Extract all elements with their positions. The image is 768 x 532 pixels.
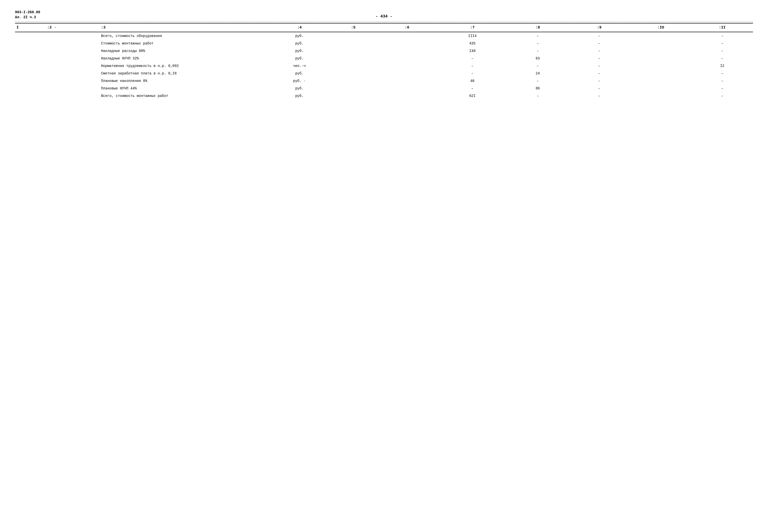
cell-7-7: 86 — [507, 85, 568, 92]
cell-7-10: – — [692, 85, 753, 92]
table-row: Накладные НУЧП 32%руб.–63–– — [15, 55, 753, 62]
cell-0-7: – — [507, 32, 568, 40]
col-header-2: :2 · — [46, 23, 99, 32]
cell-4-4 — [330, 62, 377, 70]
cell-7-9 — [630, 85, 692, 92]
cell-8-9 — [630, 92, 692, 100]
cell-6-2: Плановые накопления 8% — [99, 77, 269, 85]
cell-2-2: Накладные расходы 80% — [99, 47, 269, 55]
cell-2-4 — [330, 47, 377, 55]
table-row: Плановые накопления 8%руб. ·46––– — [15, 77, 753, 85]
cell-0-6: III4 — [438, 32, 507, 40]
cell-0-5 — [376, 32, 438, 40]
cell-8-10: – — [692, 92, 753, 100]
cell-2-3: руб. — [269, 47, 330, 55]
cell-7-5 — [376, 85, 438, 92]
cell-7-6: – — [438, 85, 507, 92]
cell-8-3: руб. — [269, 92, 330, 100]
cell-6-5 — [376, 77, 438, 85]
cell-6-8: – — [568, 77, 630, 85]
cell-4-2: Нормативная трудоемкость в н.р. 0,092 — [99, 62, 269, 70]
cell-6-1 — [46, 77, 99, 85]
table-body: Всего, стоимость оборудованияруб.III4–––… — [15, 32, 753, 100]
cell-5-3: руб. — [269, 70, 330, 77]
cell-3-5 — [376, 55, 438, 62]
cell-8-7: – — [507, 92, 568, 100]
cell-5-6: – — [438, 70, 507, 77]
cell-4-7: – — [507, 62, 568, 70]
cell-1-4 — [330, 40, 377, 47]
cell-8-0 — [15, 92, 46, 100]
page-number: - 434 - — [15, 14, 753, 19]
col-header-8: :8 — [507, 23, 568, 32]
cell-1-2: Стоимость монтажных работ — [99, 40, 269, 47]
cell-0-4 — [330, 32, 377, 40]
table-header-row: I :2 · :3 :4 :5 :6 :7 :8 :9 :IO :II — [15, 23, 753, 32]
table-row: Всего, стоимость оборудованияруб.III4––– — [15, 32, 753, 40]
cell-6-3: руб. · — [269, 77, 330, 85]
cell-7-2: Плановые НУЧП 44% — [99, 85, 269, 92]
col-header-7: :7 — [438, 23, 507, 32]
cell-7-3: руб. — [269, 85, 330, 92]
col-header-9: :9 — [568, 23, 630, 32]
cell-8-4 — [330, 92, 377, 100]
cell-2-6: I40 — [438, 47, 507, 55]
cell-5-0 — [15, 70, 46, 77]
cell-5-8: – — [568, 70, 630, 77]
cell-8-5 — [376, 92, 438, 100]
cell-3-4 — [330, 55, 377, 62]
cell-5-5 — [376, 70, 438, 77]
cell-3-0 — [15, 55, 46, 62]
cell-2-1 — [46, 47, 99, 55]
cell-2-7: – — [507, 47, 568, 55]
cell-3-9 — [630, 55, 692, 62]
cell-5-10: – — [692, 70, 753, 77]
cell-0-2: Всего, стоимость оборудования — [99, 32, 269, 40]
cell-8-1 — [46, 92, 99, 100]
cell-1-0 — [15, 40, 46, 47]
cell-3-2: Накладные НУЧП 32% — [99, 55, 269, 62]
cell-6-6: 46 — [438, 77, 507, 85]
cell-6-9 — [630, 77, 692, 85]
cell-2-8: – — [568, 47, 630, 55]
cell-1-10: – — [692, 40, 753, 47]
cell-4-3: чел.-ч — [269, 62, 330, 70]
cell-1-1 — [46, 40, 99, 47]
col-header-11: :II — [692, 23, 753, 32]
top-dashed-separator — [15, 22, 753, 22]
cell-0-1 — [46, 32, 99, 40]
table-row: Сметная заработная плата в н.р. 0,I8руб.… — [15, 70, 753, 77]
cell-1-7: – — [507, 40, 568, 47]
cell-2-10: – — [692, 47, 753, 55]
cell-4-5 — [376, 62, 438, 70]
cell-3-10: – — [692, 55, 753, 62]
cell-5-4 — [330, 70, 377, 77]
cell-8-2: Всего, стоимость монтажных работ — [99, 92, 269, 100]
col-header-1: I — [15, 23, 46, 32]
cell-8-8: – — [568, 92, 630, 100]
main-table: I :2 · :3 :4 :5 :6 :7 :8 :9 :IO :II Всег… — [15, 23, 753, 100]
cell-3-7: 63 — [507, 55, 568, 62]
cell-2-9 — [630, 47, 692, 55]
table-row: Всего, стоимость монтажных работруб.62I–… — [15, 92, 753, 100]
cell-6-4 — [330, 77, 377, 85]
col-header-10: :IO — [630, 23, 692, 32]
cell-0-8: – — [568, 32, 630, 40]
cell-1-8: – — [568, 40, 630, 47]
cell-0-0 — [15, 32, 46, 40]
cell-5-2: Сметная заработная плата в н.р. 0,I8 — [99, 70, 269, 77]
cell-1-5 — [376, 40, 438, 47]
cell-4-1 — [46, 62, 99, 70]
cell-8-6: 62I — [438, 92, 507, 100]
cell-4-6: – — [438, 62, 507, 70]
cell-1-9 — [630, 40, 692, 47]
cell-4-8: – — [568, 62, 630, 70]
col-header-5: :5 — [330, 23, 377, 32]
cell-7-1 — [46, 85, 99, 92]
cell-7-4 — [330, 85, 377, 92]
cell-0-3: руб. — [269, 32, 330, 40]
table-row: Накладные расходы 80%руб.I40––– — [15, 47, 753, 55]
cell-3-1 — [46, 55, 99, 62]
cell-1-6: 435 — [438, 40, 507, 47]
cell-0-10: – — [692, 32, 753, 40]
